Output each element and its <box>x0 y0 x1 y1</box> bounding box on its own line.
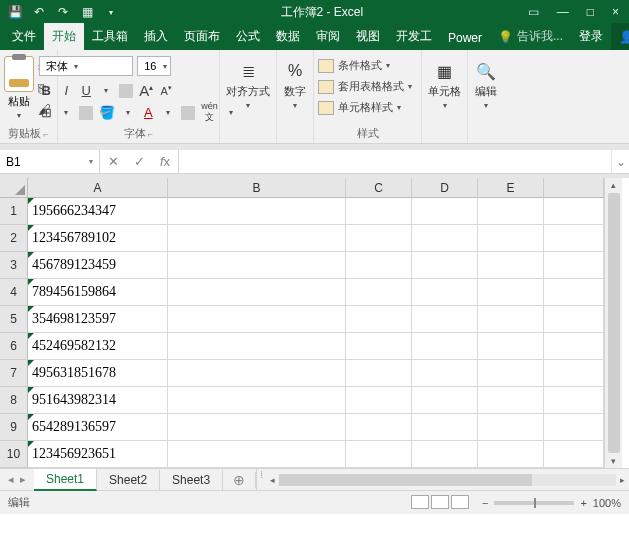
cell[interactable] <box>478 360 544 387</box>
cell[interactable]: 789456159864 <box>28 279 168 306</box>
cell[interactable] <box>478 252 544 279</box>
tab-review[interactable]: 审阅 <box>308 23 348 50</box>
maximize-icon[interactable]: □ <box>587 5 594 19</box>
cell[interactable] <box>544 441 604 468</box>
save-icon[interactable]: 💾 <box>8 5 22 19</box>
scrollbar-thumb[interactable] <box>279 474 532 486</box>
cell[interactable] <box>168 198 346 225</box>
cell[interactable]: 452469582132 <box>28 333 168 360</box>
tab-power[interactable]: Power <box>440 26 490 50</box>
close-icon[interactable]: × <box>612 5 619 19</box>
cell[interactable] <box>412 225 478 252</box>
cells-button[interactable]: ▦单元格▾ <box>426 56 463 114</box>
ribbon-options-icon[interactable]: ▭ <box>528 5 539 19</box>
cell[interactable] <box>544 198 604 225</box>
zoom-out-icon[interactable]: − <box>482 497 488 509</box>
enter-icon[interactable]: ✓ <box>126 154 152 169</box>
bold-icon[interactable]: B <box>39 83 53 98</box>
underline-icon[interactable]: U <box>79 83 93 98</box>
cell[interactable] <box>346 360 412 387</box>
cell[interactable] <box>412 414 478 441</box>
scrollbar-thumb[interactable] <box>608 193 620 453</box>
horizontal-scrollbar[interactable]: ◂ ▸ <box>266 474 629 486</box>
share-button[interactable]: 👤共享 <box>611 23 629 50</box>
table-format-button[interactable]: 套用表格格式 ▾ <box>318 77 412 96</box>
scroll-up-icon[interactable]: ▴ <box>611 178 616 192</box>
cell[interactable] <box>346 198 412 225</box>
font-size-combo[interactable]: 16▾ <box>137 56 171 76</box>
row-header[interactable]: 6 <box>0 333 28 360</box>
zoom-in-icon[interactable]: + <box>580 497 586 509</box>
vertical-scrollbar[interactable]: ▴▾ <box>604 178 622 468</box>
row-header[interactable]: 5 <box>0 306 28 333</box>
cell[interactable] <box>168 252 346 279</box>
add-sheet-button[interactable]: ⊕ <box>223 472 256 488</box>
tab-home[interactable]: 开始 <box>44 23 84 50</box>
cell[interactable] <box>478 441 544 468</box>
font-color-icon[interactable]: A <box>141 105 155 120</box>
cell[interactable] <box>478 414 544 441</box>
scroll-left-icon[interactable]: ◂ <box>270 475 275 485</box>
shrink-font-icon[interactable]: A▾ <box>159 84 173 97</box>
cell[interactable]: 195666234347 <box>28 198 168 225</box>
name-box[interactable]: B1▾ <box>0 150 100 173</box>
cell[interactable]: 495631851678 <box>28 360 168 387</box>
cell[interactable]: 654289136597 <box>28 414 168 441</box>
cell[interactable] <box>346 279 412 306</box>
row-header[interactable]: 4 <box>0 279 28 306</box>
row-header[interactable]: 7 <box>0 360 28 387</box>
cell[interactable] <box>544 360 604 387</box>
zoom-slider[interactable] <box>494 501 574 505</box>
edit-button[interactable]: 🔍编辑▾ <box>472 56 500 114</box>
cell[interactable] <box>346 441 412 468</box>
tab-tools[interactable]: 工具箱 <box>84 23 136 50</box>
col-header[interactable]: D <box>412 178 478 198</box>
font-name-combo[interactable]: 宋体▾ <box>39 56 133 76</box>
fill-color-icon[interactable]: 🪣 <box>99 105 115 120</box>
cell[interactable] <box>168 387 346 414</box>
cell[interactable] <box>478 225 544 252</box>
undo-icon[interactable]: ↶ <box>32 5 46 19</box>
cell[interactable] <box>544 414 604 441</box>
camera-icon[interactable]: ▦ <box>80 5 94 19</box>
dialog-launcher-icon[interactable]: ⌐ <box>148 129 153 139</box>
conditional-format-button[interactable]: 条件格式 ▾ <box>318 56 390 75</box>
col-header[interactable]: B <box>168 178 346 198</box>
scroll-down-icon[interactable]: ▾ <box>611 454 616 468</box>
cell[interactable]: 354698123597 <box>28 306 168 333</box>
cell[interactable] <box>412 333 478 360</box>
grow-font-icon[interactable]: A▴ <box>139 82 153 99</box>
row-header[interactable]: 2 <box>0 225 28 252</box>
row-header[interactable]: 1 <box>0 198 28 225</box>
cell[interactable] <box>412 252 478 279</box>
cell[interactable] <box>544 279 604 306</box>
row-header[interactable]: 9 <box>0 414 28 441</box>
cell[interactable] <box>346 414 412 441</box>
cell[interactable] <box>544 225 604 252</box>
cell[interactable] <box>412 387 478 414</box>
number-button[interactable]: %数字▾ <box>281 56 309 114</box>
page-layout-view-icon[interactable] <box>431 495 449 509</box>
login-button[interactable]: 登录 <box>571 23 611 50</box>
fx-icon[interactable]: fx <box>152 154 178 169</box>
tab-formulas[interactable]: 公式 <box>228 23 268 50</box>
cell[interactable] <box>168 306 346 333</box>
paste-button[interactable]: 粘贴 ▾ <box>4 56 34 120</box>
cell[interactable] <box>346 387 412 414</box>
cell[interactable] <box>412 441 478 468</box>
cell[interactable] <box>168 360 346 387</box>
cell[interactable] <box>544 252 604 279</box>
phonetic-icon[interactable]: wén文 <box>201 101 218 124</box>
tab-file[interactable]: 文件 <box>4 23 44 50</box>
cell[interactable] <box>412 306 478 333</box>
tell-me[interactable]: 💡告诉我... <box>490 23 571 50</box>
cell-style-button[interactable]: 单元格样式 ▾ <box>318 98 401 117</box>
cancel-icon[interactable]: ✕ <box>100 154 126 169</box>
col-header[interactable] <box>544 178 604 198</box>
cell[interactable] <box>412 198 478 225</box>
tab-data[interactable]: 数据 <box>268 23 308 50</box>
cell[interactable] <box>478 279 544 306</box>
cell[interactable] <box>168 225 346 252</box>
cell[interactable]: 951643982314 <box>28 387 168 414</box>
redo-icon[interactable]: ↷ <box>56 5 70 19</box>
